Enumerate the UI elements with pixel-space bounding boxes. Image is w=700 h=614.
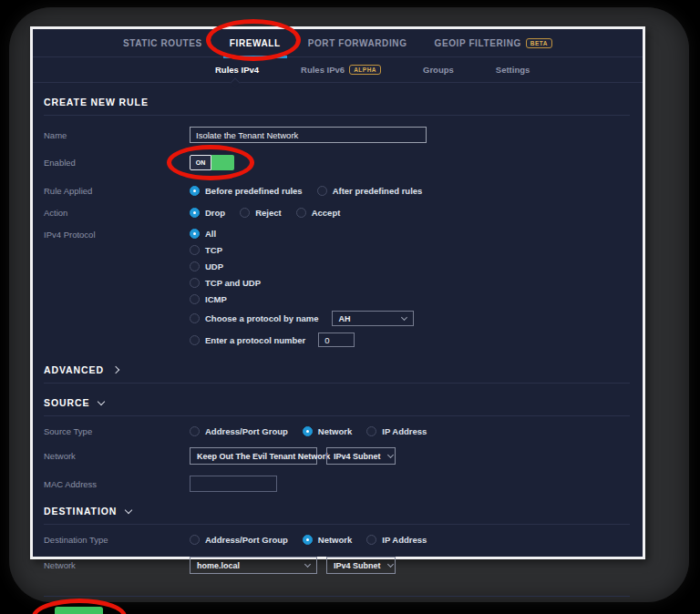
- tab-geoip-filtering[interactable]: GEOIP FILTERINGBETA: [433, 30, 555, 56]
- mac-address-label: MAC Address: [44, 479, 190, 489]
- toggle-green-slider: [211, 155, 234, 170]
- tab-geoip-label: GEOIP FILTERING: [435, 38, 521, 48]
- radio-action-accept[interactable]: Accept: [296, 208, 341, 218]
- radio-label: Reject: [255, 208, 282, 218]
- radio-label: Choose a protocol by name: [205, 313, 319, 323]
- tab-static-routes[interactable]: STATIC ROUTES: [121, 30, 204, 56]
- radio-destination-ip-address[interactable]: IP Address: [366, 535, 427, 545]
- radio-protocol-icmp[interactable]: ICMP: [190, 294, 414, 304]
- radio-unselected-icon: [317, 186, 327, 196]
- chevron-down-icon: [386, 452, 393, 458]
- radio-unselected-icon: [240, 208, 250, 218]
- radio-protocol-by-number[interactable]: Enter a protocol number: [190, 333, 414, 347]
- radio-label: Network: [318, 535, 352, 545]
- radio-before-predefined[interactable]: Before predefined rules: [190, 186, 303, 196]
- radio-label: TCP: [205, 245, 222, 255]
- radio-label: Network: [318, 426, 352, 436]
- destination-type-label: Destination Type: [44, 535, 190, 545]
- radio-selected-icon: [190, 229, 200, 239]
- save-button[interactable]: SAVE: [55, 607, 103, 614]
- subtab-rules-ipv6[interactable]: Rules IPv6ALPHA: [301, 65, 381, 75]
- subtab-rules-ipv4[interactable]: Rules IPv4: [215, 65, 259, 75]
- destination-network-value: home.local: [197, 561, 240, 570]
- rule-name-input[interactable]: [190, 127, 427, 143]
- sub-tab-bar: Rules IPv4 Rules IPv6ALPHA Groups Settin…: [33, 57, 643, 83]
- main-tab-bar: STATIC ROUTES FIREWALL PORT FORWARDING G…: [33, 29, 643, 57]
- ipv4-protocol-label: IPv4 Protocol: [44, 229, 190, 240]
- radio-protocol-all[interactable]: All: [190, 229, 414, 239]
- chevron-down-icon: [98, 397, 105, 404]
- section-source[interactable]: SOURCE: [44, 397, 630, 416]
- source-network-label: Network: [44, 451, 190, 461]
- radio-unselected-icon: [190, 313, 200, 323]
- unifi-settings-panel: STATIC ROUTES FIREWALL PORT FORWARDING G…: [30, 26, 645, 559]
- source-type-label: Source Type: [44, 426, 190, 436]
- radio-source-network[interactable]: Network: [303, 426, 352, 436]
- radio-action-reject[interactable]: Reject: [240, 208, 282, 218]
- radio-protocol-by-name[interactable]: Choose a protocol by name AH: [190, 311, 414, 326]
- radio-protocol-tcp[interactable]: TCP: [190, 245, 414, 255]
- toggle-on-text: ON: [190, 155, 211, 170]
- radio-selected-icon: [190, 186, 200, 196]
- mac-address-input[interactable]: [190, 476, 277, 492]
- subtab-groups[interactable]: Groups: [423, 65, 454, 75]
- radio-selected-icon: [190, 208, 200, 218]
- radio-label: TCP and UDP: [205, 278, 261, 288]
- radio-unselected-icon: [190, 335, 200, 345]
- radio-label: ICMP: [205, 294, 227, 304]
- name-label: Name: [44, 130, 190, 140]
- radio-unselected-icon: [190, 535, 200, 545]
- subtab-settings[interactable]: Settings: [496, 65, 530, 75]
- protocol-name-dropdown[interactable]: AH: [332, 311, 414, 326]
- radio-unselected-icon: [296, 208, 306, 218]
- protocol-number-input[interactable]: [318, 333, 355, 347]
- radio-protocol-tcp-udp[interactable]: TCP and UDP: [190, 278, 414, 288]
- source-title: SOURCE: [44, 397, 89, 408]
- radio-unselected-icon: [190, 294, 200, 304]
- radio-label: IP Address: [382, 535, 427, 545]
- form-footer: SAVE CANCEL: [44, 597, 630, 614]
- tab-port-forwarding[interactable]: PORT FORWARDING: [306, 30, 409, 56]
- subtab-rules-ipv6-label: Rules IPv6: [301, 65, 345, 75]
- section-advanced[interactable]: ADVANCED: [44, 364, 630, 384]
- radio-unselected-icon: [366, 426, 376, 436]
- chevron-down-icon: [401, 314, 407, 321]
- radio-destination-network[interactable]: Network: [303, 535, 352, 545]
- radio-after-predefined[interactable]: After predefined rules: [317, 186, 423, 196]
- radio-action-drop[interactable]: Drop: [190, 208, 225, 218]
- radio-selected-icon: [303, 535, 313, 545]
- destination-network-dropdown[interactable]: home.local: [190, 557, 317, 574]
- screenshot-window-frame: STATIC ROUTES FIREWALL PORT FORWARDING G…: [9, 7, 689, 602]
- advanced-title: ADVANCED: [44, 364, 104, 375]
- chevron-down-icon: [304, 561, 311, 568]
- enabled-toggle[interactable]: ON: [190, 155, 234, 170]
- create-rule-title: CREATE NEW RULE: [44, 97, 149, 107]
- tab-firewall[interactable]: FIREWALL: [228, 30, 283, 56]
- radio-unselected-icon: [190, 261, 200, 271]
- radio-source-ip-address[interactable]: IP Address: [366, 426, 427, 436]
- action-label: Action: [44, 208, 190, 218]
- radio-protocol-udp[interactable]: UDP: [190, 261, 414, 271]
- radio-unselected-icon: [190, 278, 200, 288]
- section-create-new-rule: CREATE NEW RULE: [44, 97, 630, 116]
- tab-firewall-label: FIREWALL: [230, 38, 281, 48]
- enabled-label: Enabled: [44, 158, 190, 168]
- active-subtab-notch: [230, 77, 240, 87]
- radio-label: Address/Port Group: [205, 535, 288, 545]
- chevron-right-icon: [112, 366, 119, 374]
- radio-label: Accept: [312, 208, 341, 218]
- destination-title: DESTINATION: [44, 506, 117, 517]
- rule-applied-label: Rule Applied: [44, 186, 190, 196]
- radio-label: Before predefined rules: [205, 186, 303, 196]
- destination-network-label: Network: [44, 560, 190, 570]
- destination-subnet-value: IPv4 Subnet: [334, 561, 381, 570]
- radio-unselected-icon: [190, 426, 200, 436]
- destination-subnet-dropdown[interactable]: IPv4 Subnet: [326, 557, 396, 574]
- source-network-dropdown[interactable]: Keep Out The Evil Tenant Network: [190, 447, 317, 465]
- radio-destination-address-port-group[interactable]: Address/Port Group: [190, 535, 288, 545]
- radio-source-address-port-group[interactable]: Address/Port Group: [190, 426, 288, 436]
- section-destination[interactable]: DESTINATION: [44, 506, 630, 525]
- protocol-name-value: AH: [339, 314, 351, 323]
- radio-unselected-icon: [190, 245, 200, 255]
- radio-label: All: [205, 229, 216, 239]
